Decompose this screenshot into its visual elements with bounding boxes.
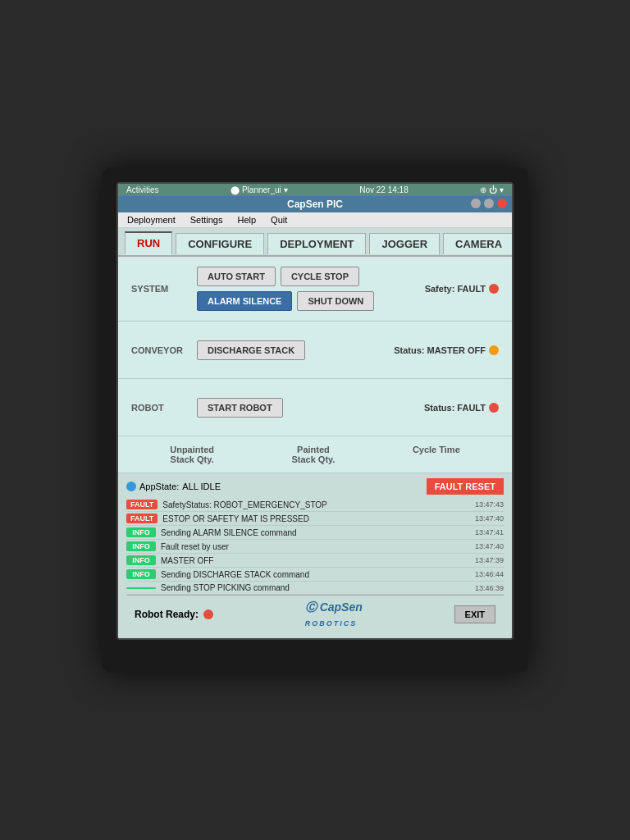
alarm-silence-button[interactable]: ALARM SILENCE xyxy=(197,291,292,311)
nav-tabs: RUN CONFIGURE DEPLOYMENT JOGGER CAMERA xyxy=(118,228,512,257)
tab-configure[interactable]: CONFIGURE xyxy=(176,233,264,254)
robot-ready-dot xyxy=(203,609,213,619)
conveyor-status: Status: MASTER OFF xyxy=(394,345,499,355)
auto-start-button[interactable]: AUTO START xyxy=(197,267,276,286)
log-msg-0: SafetyStatus: ROBOT_EMERGENCY_STOP xyxy=(162,500,470,509)
conveyor-label: CONVEYOR xyxy=(131,345,197,355)
log-time-4: 13:47:39 xyxy=(475,556,504,564)
log-entry: FAULT SafetyStatus: ROBOT_EMERGENCY_STOP… xyxy=(126,498,504,512)
monitor: Activities ⬤ Planner_ui ▾ Nov 22 14:18 ⊕… xyxy=(102,167,528,673)
stat-painted-label: PaintedStack Qty. xyxy=(291,445,335,464)
stat-cycle-time-label: Cycle Time xyxy=(413,445,460,454)
maximize-button[interactable] xyxy=(484,199,494,208)
fault-reset-button[interactable]: FAULT RESET xyxy=(427,478,504,495)
log-msg-5: Sending DISCHARGE STACK command xyxy=(161,570,470,579)
title-bar: CapSen PIC xyxy=(118,196,512,212)
log-badge-4: INFO xyxy=(126,555,156,565)
tab-deployment[interactable]: DEPLOYMENT xyxy=(267,233,366,254)
robot-status: Status: FAULT xyxy=(424,403,499,413)
tab-camera[interactable]: CAMERA xyxy=(443,233,514,254)
log-time-1: 13:47:40 xyxy=(475,514,504,523)
log-msg-2: Sending ALARM SILENCE command xyxy=(161,528,470,537)
conveyor-controls: DISCHARGE STACK xyxy=(197,340,394,360)
minimize-button[interactable] xyxy=(471,199,481,208)
log-time-3: 13:47:40 xyxy=(475,542,504,550)
menu-help[interactable]: Help xyxy=(235,214,258,226)
log-entry: FAULT ESTOP OR SAFETY MAT IS PRESSED 13:… xyxy=(126,512,504,526)
system-status: Safety: FAULT xyxy=(425,284,499,294)
stat-unpainted: UnpaintedStack Qty. xyxy=(170,445,214,464)
log-msg-1: ESTOP OR SAFETY MAT IS PRESSED xyxy=(162,514,470,523)
system-status-label: Safety: FAULT xyxy=(425,284,486,294)
log-time-0: 13:47:43 xyxy=(475,500,504,509)
log-entry: INFO Sending ALARM SILENCE command 13:47… xyxy=(126,526,504,540)
menu-quit[interactable]: Quit xyxy=(268,214,290,226)
window-controls xyxy=(471,199,507,208)
log-time-2: 13:47:41 xyxy=(475,528,504,536)
log-entry: Sending STOP PICKING command 13:46:39 xyxy=(126,582,504,595)
robot-controls: START ROBOT xyxy=(197,398,424,418)
log-msg-6: Sending STOP PICKING command xyxy=(161,583,470,592)
shut-down-button[interactable]: SHUT DOWN xyxy=(297,291,374,311)
log-badge-3: INFO xyxy=(126,541,156,551)
window-title: CapSen PIC xyxy=(287,199,343,210)
system-status-dot xyxy=(489,284,499,294)
log-badge-0: FAULT xyxy=(126,500,158,509)
conveyor-status-dot xyxy=(489,345,499,355)
log-entry: INFO MASTER OFF 13:47:39 xyxy=(126,554,504,568)
menu-deployment[interactable]: Deployment xyxy=(125,214,178,226)
conveyor-status-label: Status: MASTER OFF xyxy=(394,345,486,355)
system-controls: AUTO START CYCLE STOP ALARM SILENCE SHUT… xyxy=(197,267,425,311)
robot-label: ROBOT xyxy=(131,403,197,413)
app-state-label: AppState: xyxy=(139,482,179,491)
robot-ready-label: Robot Ready: xyxy=(135,609,199,620)
activities-label[interactable]: Activities xyxy=(126,185,158,194)
screen: Activities ⬤ Planner_ui ▾ Nov 22 14:18 ⊕… xyxy=(116,182,514,640)
log-badge-5: INFO xyxy=(126,569,156,579)
stats-row: UnpaintedStack Qty. PaintedStack Qty. Cy… xyxy=(118,436,512,473)
log-msg-4: MASTER OFF xyxy=(161,556,470,565)
cycle-stop-button[interactable]: CYCLE STOP xyxy=(281,267,359,286)
system-time: Nov 22 14:18 xyxy=(359,185,409,194)
exit-button[interactable]: EXIT xyxy=(454,605,495,623)
app-state-text: AppState: ALL IDLE xyxy=(126,482,221,491)
menu-bar: Deployment Settings Help Quit xyxy=(118,212,512,228)
stat-unpainted-label: UnpaintedStack Qty. xyxy=(170,445,214,464)
tab-jogger[interactable]: JOGGER xyxy=(369,233,440,254)
system-top-bar: Activities ⬤ Planner_ui ▾ Nov 22 14:18 ⊕… xyxy=(118,184,512,196)
start-robot-button[interactable]: START ROBOT xyxy=(197,398,283,418)
log-badge-6 xyxy=(126,587,156,589)
app-state-bar: AppState: ALL IDLE FAULT RESET xyxy=(126,478,504,495)
main-content: SYSTEM AUTO START CYCLE STOP ALARM SILEN… xyxy=(118,257,512,473)
log-msg-3: Fault reset by user xyxy=(161,542,470,551)
app-state-dot xyxy=(126,482,136,491)
log-entry: INFO Fault reset by user 13:47:40 xyxy=(126,540,504,554)
log-time-5: 13:46:44 xyxy=(475,570,504,578)
tab-run[interactable]: RUN xyxy=(125,231,172,255)
robot-section: ROBOT START ROBOT Status: FAULT xyxy=(118,379,512,436)
robot-status-label: Status: FAULT xyxy=(424,403,486,413)
stat-painted: PaintedStack Qty. xyxy=(291,445,335,464)
system-label: SYSTEM xyxy=(131,284,197,294)
robot-ready: Robot Ready: xyxy=(135,609,213,620)
stat-cycle-time: Cycle Time xyxy=(413,445,460,464)
conveyor-section: CONVEYOR DISCHARGE STACK Status: MASTER … xyxy=(118,322,512,379)
log-badge-1: FAULT xyxy=(126,514,158,523)
robot-status-dot xyxy=(489,403,499,413)
system-icons: ⊕ ⏻ ▾ xyxy=(480,185,504,194)
log-list: FAULT SafetyStatus: ROBOT_EMERGENCY_STOP… xyxy=(126,498,504,595)
log-entry: INFO Sending DISCHARGE STACK command 13:… xyxy=(126,568,504,582)
log-time-6: 13:46:39 xyxy=(475,584,504,592)
footer-bar: Robot Ready: Ⓒ CapSenROBOTICS EXIT xyxy=(126,595,504,633)
planner-ui-label: ⬤ Planner_ui ▾ xyxy=(231,185,287,194)
menu-settings[interactable]: Settings xyxy=(188,214,226,226)
close-button[interactable] xyxy=(497,199,507,208)
app-state-value: ALL IDLE xyxy=(182,482,221,491)
discharge-stack-button[interactable]: DISCHARGE STACK xyxy=(197,340,305,360)
capsen-logo: Ⓒ CapSenROBOTICS xyxy=(305,600,363,628)
log-badge-2: INFO xyxy=(126,527,156,537)
bottom-panel: AppState: ALL IDLE FAULT RESET FAULT Saf… xyxy=(118,473,512,638)
system-section: SYSTEM AUTO START CYCLE STOP ALARM SILEN… xyxy=(118,257,512,322)
